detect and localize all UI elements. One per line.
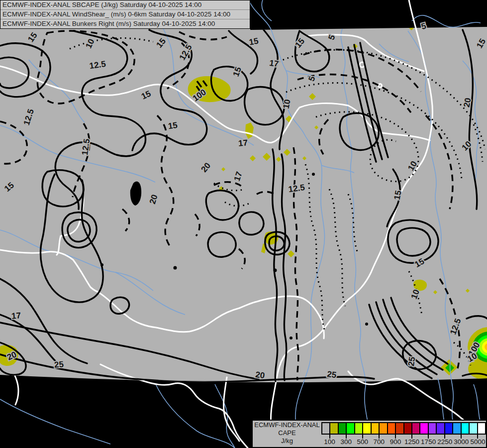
legend-swatch bbox=[444, 423, 452, 434]
weather-map: 151012.51512.5151515551517155100102012.5… bbox=[0, 0, 487, 448]
contour-label: 25 bbox=[406, 356, 417, 367]
legend-swatch bbox=[395, 423, 403, 434]
legend-scale-labels: 10030050070090012501750225030005000 bbox=[321, 438, 486, 446]
legend-swatch bbox=[346, 423, 354, 434]
weather-map-screenshot: 151012.51512.5151515551517155100102012.5… bbox=[0, 0, 487, 448]
legend-swatch bbox=[379, 423, 387, 434]
legend-swatch bbox=[469, 423, 477, 434]
map-projection-area bbox=[0, 0, 487, 382]
contour-label: 17 bbox=[269, 58, 279, 69]
legend-swatch bbox=[436, 423, 444, 434]
legend-swatch bbox=[387, 423, 395, 434]
contour-label: 10 bbox=[282, 99, 292, 110]
legend-unit: J/kg bbox=[254, 437, 320, 445]
contour-label: 17 bbox=[11, 311, 21, 321]
contour-label: 15 bbox=[392, 190, 403, 201]
title-bar-bunkers-right: ECMWF-INDEX-ANAL Bunkers Right (m/s) Sat… bbox=[0, 19, 250, 28]
contour-label: 15 bbox=[248, 36, 259, 47]
legend-swatch bbox=[428, 423, 436, 434]
legend-model-name: ECMWF-INDEX-ANAL bbox=[254, 421, 320, 429]
legend-swatch bbox=[354, 423, 362, 434]
legend-text-block: ECMWF-INDEX-ANAL CAPE J/kg bbox=[254, 421, 320, 445]
legend-swatches bbox=[321, 422, 486, 435]
legend-swatch bbox=[477, 423, 485, 434]
legend-scale-value: 5000 bbox=[467, 438, 487, 446]
legend-parameter-name: CAPE bbox=[254, 429, 320, 437]
contour-label: 17 bbox=[238, 138, 248, 148]
legend-swatch bbox=[329, 423, 337, 434]
cape-legend: ECMWF-INDEX-ANAL CAPE J/kg 1003005007009… bbox=[252, 420, 487, 448]
legend-swatch bbox=[338, 423, 346, 434]
legend-swatch bbox=[403, 423, 411, 434]
title-bar-sbcape: ECMWF-INDEX-ANAL SBCAPE (J/kg) Saturday … bbox=[0, 0, 250, 10]
contour-label: 25 bbox=[326, 369, 337, 380]
contour-label: 20 bbox=[462, 97, 473, 108]
legend-swatch bbox=[452, 423, 460, 434]
legend-swatch bbox=[411, 423, 419, 434]
contour-label: 15 bbox=[168, 120, 178, 131]
legend-swatch bbox=[371, 423, 379, 434]
title-block: ECMWF-INDEX-ANAL SBCAPE (J/kg) Saturday … bbox=[0, 0, 250, 29]
legend-swatch bbox=[419, 423, 427, 434]
contour-label: 20 bbox=[255, 370, 265, 380]
legend-swatch bbox=[362, 423, 370, 434]
title-bar-windshear: ECMWF-INDEX-ANAL WindShear_ (m/s) 0-6km … bbox=[0, 10, 250, 19]
legend-swatch bbox=[322, 423, 329, 434]
contour-label: 25 bbox=[54, 359, 64, 370]
legend-swatch bbox=[461, 423, 469, 434]
